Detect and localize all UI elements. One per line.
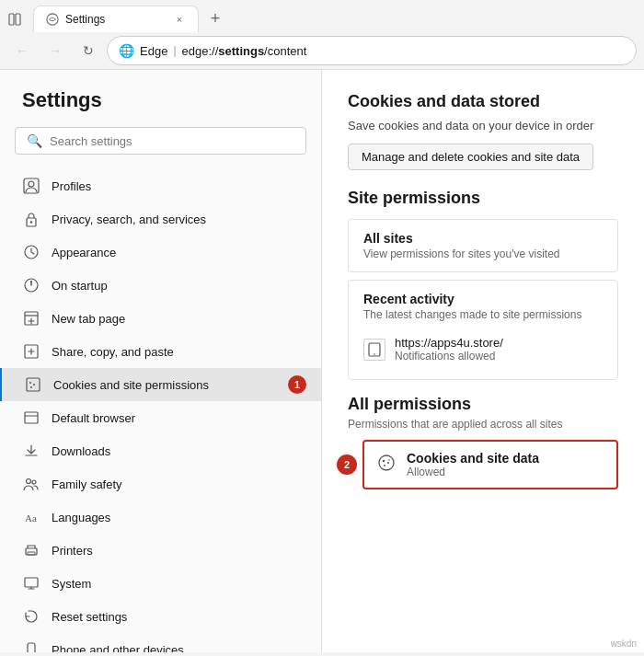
- address-bar[interactable]: 🌐 Edge | edge://settings/content: [107, 36, 637, 65]
- sidebar-item-system[interactable]: System: [0, 567, 321, 600]
- cookies-nav-label: Cookies and site permissions: [53, 378, 209, 392]
- svg-point-28: [379, 455, 394, 470]
- svg-point-13: [29, 382, 31, 384]
- phone-icon: [22, 640, 40, 652]
- address-favicon-icon: 🌐: [119, 43, 134, 58]
- sidebar-item-languages[interactable]: Aa Languages: [0, 501, 321, 534]
- tab-bar: Settings × +: [0, 0, 644, 32]
- sidebar-item-phone[interactable]: Phone and other devices: [0, 633, 321, 652]
- search-box[interactable]: 🔍: [15, 127, 306, 155]
- downloads-label: Downloads: [52, 444, 110, 458]
- svg-rect-0: [9, 14, 14, 25]
- svg-point-9: [30, 281, 32, 282]
- new-tab-btn[interactable]: +: [202, 6, 228, 32]
- cookie-icon: [377, 454, 396, 477]
- cookie-status: Allowed: [407, 466, 539, 478]
- svg-rect-1: [16, 14, 20, 25]
- svg-point-4: [29, 181, 34, 187]
- watermark: wskdn: [611, 639, 637, 649]
- cookie-title: Cookies and site data: [407, 451, 539, 466]
- privacy-label: Privacy, search, and services: [52, 213, 206, 226]
- main-content: Settings 🔍 Profiles Privacy, search, and…: [0, 70, 644, 652]
- reset-icon: [22, 607, 40, 626]
- all-permissions-desc: Permissions that are applied across all …: [348, 418, 618, 431]
- sidebar-toggle-btn[interactable]: [7, 12, 22, 27]
- right-panel: Cookies and data stored Save cookies and…: [322, 70, 644, 652]
- sidebar-item-share[interactable]: Share, copy, and paste: [0, 335, 321, 368]
- svg-point-31: [384, 465, 385, 466]
- site-permissions-title: Site permissions: [348, 189, 618, 208]
- newtab-label: New tab page: [52, 312, 125, 326]
- site-info: https://apps4u.store/ Notifications allo…: [395, 336, 503, 363]
- cookies-badge: 1: [288, 375, 306, 394]
- family-icon: [22, 475, 40, 493]
- site-list-item[interactable]: https://apps4u.store/ Notifications allo…: [363, 330, 603, 368]
- svg-point-30: [387, 462, 389, 464]
- browser-chrome: Settings × + ← → ↻ 🌐 Edge | edge://setti…: [0, 0, 644, 70]
- sidebar-item-reset[interactable]: Reset settings: [0, 600, 321, 633]
- sidebar-item-cookies[interactable]: Cookies and site permissions 1: [0, 368, 321, 401]
- nav-bar: ← → ↻ 🌐 Edge | edge://settings/content: [0, 32, 644, 69]
- svg-rect-21: [28, 552, 35, 555]
- sidebar-title: Settings: [0, 88, 321, 127]
- sidebar-item-newtab[interactable]: New tab page: [0, 302, 321, 335]
- address-separator: |: [173, 44, 176, 57]
- appearance-label: Appearance: [52, 246, 116, 259]
- site-device-icon: [363, 339, 385, 361]
- startup-icon: [22, 276, 40, 294]
- system-icon: [22, 574, 40, 593]
- svg-point-18: [32, 480, 36, 484]
- sidebar-item-profiles[interactable]: Profiles: [0, 169, 321, 202]
- site-url: https://apps4u.store/: [395, 336, 503, 350]
- sidebar-item-default[interactable]: Default browser: [0, 401, 321, 434]
- sidebar-item-startup[interactable]: On startup: [0, 269, 321, 302]
- svg-rect-23: [28, 643, 35, 652]
- sidebar: Settings 🔍 Profiles Privacy, search, and…: [0, 70, 322, 652]
- startup-label: On startup: [52, 279, 108, 293]
- address-app-name: Edge: [140, 44, 167, 58]
- manage-cookies-btn[interactable]: Manage and delete cookies and site data: [348, 144, 593, 170]
- cookies-section-title: Cookies and data stored: [348, 92, 618, 111]
- address-url: edge://settings/content: [182, 44, 307, 58]
- all-permissions-title: All permissions: [348, 395, 618, 414]
- refresh-btn[interactable]: ↻: [74, 36, 103, 65]
- languages-icon: Aa: [22, 508, 40, 526]
- back-btn[interactable]: ←: [7, 36, 37, 65]
- cookies-section-desc: Save cookies and data on your device in …: [348, 119, 618, 132]
- sidebar-item-printers[interactable]: Printers: [0, 534, 321, 567]
- appearance-icon: [22, 243, 40, 261]
- cookie-item-badge: 2: [337, 455, 357, 475]
- all-sites-item[interactable]: All sites View permissions for sites you…: [348, 219, 618, 272]
- cookie-info: Cookies and site data Allowed: [407, 451, 539, 478]
- printers-label: Printers: [52, 544, 93, 558]
- sidebar-item-privacy[interactable]: Privacy, search, and services: [0, 202, 321, 236]
- svg-point-32: [388, 459, 390, 461]
- reset-label: Reset settings: [52, 610, 127, 624]
- tab-title: Settings: [65, 13, 167, 26]
- sidebar-item-appearance[interactable]: Appearance: [0, 236, 321, 269]
- tab-favicon: [45, 12, 60, 27]
- svg-point-15: [30, 386, 32, 388]
- active-tab[interactable]: Settings ×: [33, 6, 199, 32]
- svg-point-17: [27, 479, 31, 484]
- sidebar-item-family[interactable]: Family safety: [0, 467, 321, 501]
- cookie-item-wrapper: 2 Cookies and site data Allowed: [348, 440, 618, 489]
- default-label: Default browser: [52, 411, 135, 425]
- languages-label: Languages: [52, 511, 110, 524]
- recent-activity-title: Recent activity: [363, 292, 603, 306]
- sidebar-item-downloads[interactable]: Downloads: [0, 434, 321, 467]
- tab-close-btn[interactable]: ×: [172, 12, 187, 27]
- svg-point-27: [374, 353, 375, 355]
- forward-btn[interactable]: →: [40, 36, 70, 65]
- profiles-icon: [22, 177, 40, 195]
- recent-activity-item: Recent activity The latest changes made …: [348, 280, 618, 380]
- newtab-icon: [22, 309, 40, 328]
- family-label: Family safety: [52, 478, 122, 491]
- default-icon: [22, 409, 40, 427]
- svg-text:Aa: Aa: [25, 512, 37, 524]
- privacy-icon: [22, 210, 40, 228]
- cookies-and-data-item[interactable]: Cookies and site data Allowed: [362, 440, 618, 489]
- share-label: Share, copy, and paste: [52, 345, 174, 359]
- search-input[interactable]: [50, 134, 294, 148]
- svg-point-29: [383, 459, 385, 461]
